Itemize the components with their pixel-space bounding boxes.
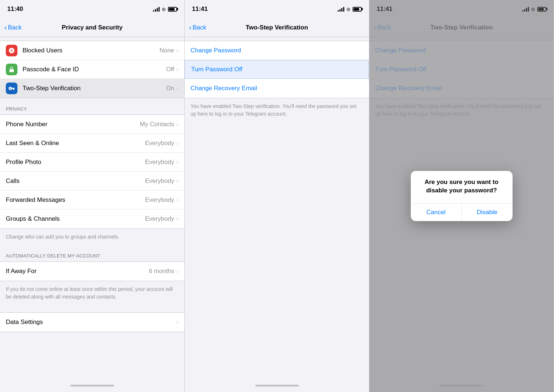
content-1: Blocked Users None › Passcode & Face ID … — [0, 37, 184, 379]
wifi-icon-1: ⊜ — [162, 7, 166, 12]
list-item-profile-photo[interactable]: Profile Photo Everybody › — [0, 153, 184, 172]
groups-channels-value: Everybody — [145, 215, 174, 223]
dialog-title: Are you sure you want to disable your pa… — [411, 171, 513, 197]
dialog-overlay: Are you sure you want to disable your pa… — [369, 0, 554, 392]
list-item-calls[interactable]: Calls Everybody › — [0, 172, 184, 191]
privacy-list-1: Phone Number My Contacts › Last Seen & O… — [0, 115, 184, 229]
home-indicator-2 — [255, 385, 299, 387]
nav-bar-1: ‹ Back Privacy and Security — [0, 18, 184, 37]
list-item-last-seen[interactable]: Last Seen & Online Everybody › — [0, 134, 184, 153]
status-time-1: 11:40 — [7, 5, 23, 13]
home-indicator-1 — [71, 385, 114, 387]
bottom-bar-1 — [0, 379, 184, 392]
back-chevron-1: ‹ — [4, 23, 7, 32]
blocked-users-label: Blocked Users — [23, 47, 160, 54]
list-item-groups-channels[interactable]: Groups & Channels Everybody › — [0, 209, 184, 228]
bottom-bar-2 — [185, 379, 369, 392]
cancel-button[interactable]: Cancel — [411, 204, 462, 221]
status-time-2: 11:41 — [192, 5, 208, 13]
change-recovery-label-2: Change Recovery Email — [190, 85, 257, 92]
tsv-list-2: Change Password Turn Password Off Change… — [185, 41, 369, 98]
profile-photo-value: Everybody — [145, 159, 174, 166]
list-item-data-settings[interactable]: Data Settings › — [0, 313, 184, 332]
list-item-change-recovery-2[interactable]: Change Recovery Email — [185, 79, 369, 98]
passcode-value: Off — [166, 66, 174, 73]
list-item-two-step[interactable]: Two-Step Verification On › — [0, 79, 184, 98]
status-icons-1: ⊜ — [153, 7, 177, 12]
two-step-label: Two-Step Verification — [23, 85, 166, 92]
tsv-description-2: You have enabled Two-Step verification. … — [185, 98, 369, 122]
privacy-section-header: PRIVACY — [0, 98, 184, 115]
list-item-passcode[interactable]: Passcode & Face ID Off › — [0, 60, 184, 79]
back-label-2: Back — [193, 24, 206, 31]
forwarded-messages-value: Everybody — [145, 196, 174, 204]
auto-delete-header: AUTOMATICALLY DELETE MY ACCOUNT — [0, 245, 184, 261]
forwarded-messages-label: Forwarded Messages — [6, 196, 145, 204]
list-item-if-away[interactable]: If Away For 6 months › — [0, 262, 184, 281]
groups-desc-1: Change who can add you to groups and cha… — [0, 229, 184, 245]
status-bar-1: 11:40 ⊜ — [0, 0, 184, 18]
turn-password-off-label-2: Turn Password Off — [191, 66, 242, 73]
blocked-users-chevron: › — [176, 47, 178, 54]
two-step-chevron: › — [176, 85, 178, 92]
dialog-buttons: Cancel Disable — [411, 203, 513, 221]
wifi-icon-2: ⊜ — [346, 7, 350, 12]
confirm-dialog: Are you sure you want to disable your pa… — [411, 171, 513, 221]
nav-title-2: Two-Step Verification — [246, 24, 308, 31]
list-item-blocked-users[interactable]: Blocked Users None › — [0, 41, 184, 60]
list-item-turn-password-off-2[interactable]: Turn Password Off — [185, 60, 369, 79]
passcode-chevron: › — [176, 66, 178, 73]
back-button-2[interactable]: ‹ Back — [189, 24, 206, 32]
content-2: Change Password Turn Password Off Change… — [185, 37, 369, 379]
battery-icon-2 — [353, 7, 362, 12]
status-icons-2: ⊜ — [338, 7, 362, 12]
back-button-1[interactable]: ‹ Back — [4, 24, 21, 32]
status-bar-2: 11:41 ⊜ — [185, 0, 369, 18]
last-seen-label: Last Seen & Online — [6, 140, 145, 147]
security-list-1: Blocked Users None › Passcode & Face ID … — [0, 41, 184, 98]
two-step-icon — [6, 83, 17, 94]
data-settings-list: Data Settings › — [0, 312, 184, 332]
phone-number-value: My Contacts — [140, 121, 174, 128]
panel-2: 11:41 ⊜ ‹ Back Two-Step Verification — [185, 0, 369, 392]
battery-icon-1 — [168, 7, 177, 12]
passcode-label: Passcode & Face ID — [23, 66, 166, 73]
if-away-value: 6 months — [149, 268, 174, 275]
groups-channels-label: Groups & Channels — [6, 215, 145, 223]
panel-1: 11:40 ⊜ ‹ Back Privacy and Security — [0, 0, 185, 392]
back-chevron-2: ‹ — [189, 23, 192, 32]
calls-label: Calls — [6, 177, 145, 185]
phone-number-label: Phone Number — [6, 121, 140, 128]
disable-button[interactable]: Disable — [462, 204, 513, 221]
passcode-icon — [6, 64, 17, 75]
auto-delete-list: If Away For 6 months › — [0, 261, 184, 281]
last-seen-value: Everybody — [145, 140, 174, 147]
auto-delete-desc: If you do not come online at least once … — [0, 281, 184, 305]
data-settings-label: Data Settings — [6, 319, 176, 326]
panel-3: 11:41 ⊜ ‹ Back Two-Step Verification Cha — [369, 0, 554, 392]
two-step-value: On — [166, 85, 174, 92]
blocked-users-icon — [6, 45, 17, 56]
list-item-forwarded-messages[interactable]: Forwarded Messages Everybody › — [0, 191, 184, 209]
if-away-label: If Away For — [6, 268, 149, 275]
calls-value: Everybody — [145, 177, 174, 185]
nav-title-1: Privacy and Security — [62, 24, 123, 31]
signal-icon-1 — [153, 7, 160, 12]
blocked-users-value: None — [160, 47, 174, 54]
list-item-phone-number[interactable]: Phone Number My Contacts › — [0, 115, 184, 134]
change-password-label-2: Change Password — [190, 47, 241, 54]
nav-bar-2: ‹ Back Two-Step Verification — [185, 18, 369, 37]
signal-icon-2 — [338, 7, 344, 12]
back-label-1: Back — [8, 24, 22, 31]
profile-photo-label: Profile Photo — [6, 159, 145, 166]
list-item-change-password-2[interactable]: Change Password — [185, 41, 369, 60]
